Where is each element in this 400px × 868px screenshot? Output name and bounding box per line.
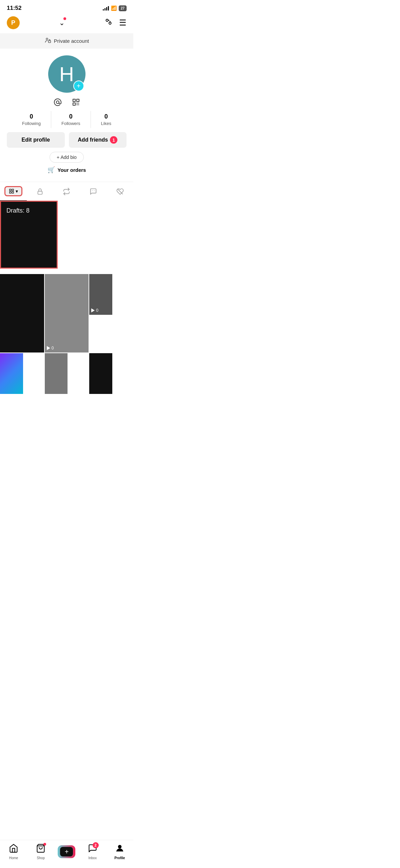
followers-stat[interactable]: 0 Followers xyxy=(51,111,91,128)
add-friends-button[interactable]: Add friends 1 xyxy=(69,132,127,148)
private-account-banner: Private account xyxy=(0,33,133,49)
followers-label: Followers xyxy=(61,121,80,126)
chevron-down-small-icon: ▾ xyxy=(16,188,18,194)
video-grid: 0 0 xyxy=(0,274,133,394)
following-stat[interactable]: 0 Following xyxy=(12,111,51,128)
status-bar: 11:52 📶 27 xyxy=(0,0,133,14)
following-count: 0 xyxy=(30,113,33,120)
add-friends-badge: 1 xyxy=(110,136,117,144)
menu-icon-button[interactable]: ☰ xyxy=(119,18,127,28)
grid-tab[interactable]: ▾ xyxy=(0,182,27,201)
stats-row: 0 Following 0 Followers 0 Likes xyxy=(7,111,127,128)
video-item[interactable] xyxy=(89,353,112,394)
notification-dot xyxy=(63,17,66,20)
draft-panel: Drafts: 8 xyxy=(0,201,58,269)
nav-right-icons: ☰ xyxy=(104,17,127,28)
profile-action-icons-row xyxy=(54,98,80,108)
add-bio-button[interactable]: + Add bio xyxy=(50,152,84,163)
your-orders-text: Your orders xyxy=(58,167,86,173)
account-switcher-button[interactable]: ⌄ xyxy=(59,19,65,27)
your-orders-button[interactable]: 🛒 Your orders xyxy=(47,166,86,174)
qr-code-button[interactable] xyxy=(72,98,80,108)
status-icons: 📶 27 xyxy=(103,5,127,11)
edit-profile-button[interactable]: Edit profile xyxy=(7,132,65,148)
svg-rect-21 xyxy=(9,192,11,193)
action-buttons-row: Edit profile Add friends 1 xyxy=(7,132,127,148)
signal-icon xyxy=(103,6,109,11)
wifi-icon: 📶 xyxy=(111,5,117,11)
following-label: Following xyxy=(22,121,41,126)
add-photo-button[interactable]: + xyxy=(73,80,84,91)
svg-rect-23 xyxy=(38,191,42,194)
svg-rect-7 xyxy=(73,99,75,102)
gradient-video-item[interactable] xyxy=(0,353,23,394)
video-grid-container: 0 0 xyxy=(0,274,133,394)
private-tab[interactable] xyxy=(27,182,54,201)
svg-rect-5 xyxy=(48,41,51,43)
person-lock-icon xyxy=(44,37,51,45)
video-item[interactable] xyxy=(45,353,68,394)
repost-tab[interactable] xyxy=(53,182,80,201)
liked-tab[interactable] xyxy=(107,182,133,201)
followers-count: 0 xyxy=(69,113,73,120)
battery-icon: 27 xyxy=(119,5,127,11)
svg-rect-9 xyxy=(73,103,75,105)
content-tabs: ▾ Drafts: 8 xyxy=(0,182,133,201)
at-mention-button[interactable] xyxy=(54,98,62,108)
play-icon xyxy=(47,346,50,350)
likes-count: 0 xyxy=(104,113,108,120)
status-time: 11:52 xyxy=(7,5,21,12)
svg-rect-20 xyxy=(12,189,14,191)
svg-rect-8 xyxy=(77,99,79,102)
svg-point-1 xyxy=(109,22,111,24)
svg-rect-22 xyxy=(12,192,14,193)
top-nav: P ⌄ ☰ xyxy=(0,14,133,33)
likes-stat[interactable]: 0 Likes xyxy=(91,111,121,128)
draft-count-text: Drafts: 8 xyxy=(6,207,30,214)
video-play-count: 0 xyxy=(47,346,54,350)
likes-label: Likes xyxy=(101,121,111,126)
tagged-tab[interactable] xyxy=(80,182,107,201)
video-item[interactable]: 0 xyxy=(45,274,89,352)
grid-tab-selector[interactable]: ▾ xyxy=(4,186,22,196)
video-item[interactable] xyxy=(0,274,44,352)
profile-section: H + 0 Followi xyxy=(0,49,133,182)
analytics-icon-button[interactable] xyxy=(104,17,113,28)
play-icon xyxy=(91,308,95,312)
svg-rect-19 xyxy=(9,189,11,191)
profile-avatar-nav-button[interactable]: P xyxy=(7,16,20,29)
video-play-count: 0 xyxy=(91,308,98,313)
avatar-container: H + xyxy=(48,55,85,93)
svg-point-4 xyxy=(46,38,48,40)
cart-icon: 🛒 xyxy=(47,166,55,174)
video-item[interactable]: 0 xyxy=(89,274,112,315)
svg-point-6 xyxy=(56,101,59,104)
private-account-text: Private account xyxy=(54,38,89,44)
